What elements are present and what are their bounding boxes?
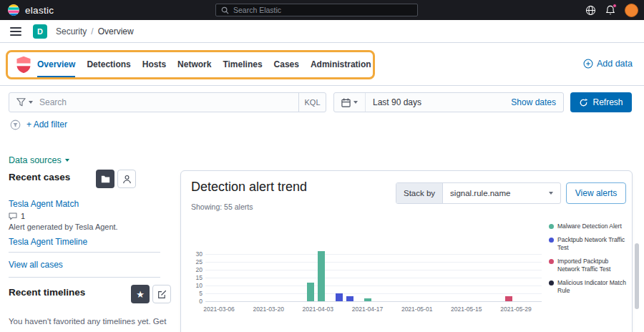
- filter-funnel-icon: [16, 98, 26, 107]
- legend-item[interactable]: Imported Packtpub Network Traffic Test: [549, 258, 630, 273]
- caret-down-icon: [65, 159, 69, 162]
- legend-label: Malware Detection Alert: [557, 223, 622, 230]
- alerts-count-subtitle: Showing: 55 alerts: [191, 202, 253, 211]
- caret-down-icon: [549, 192, 553, 195]
- elastic-logo-icon: [7, 4, 20, 16]
- chart-bar[interactable]: [364, 298, 371, 301]
- detection-alert-trend-panel: Detection alert trend Showing: 55 alerts…: [180, 170, 633, 332]
- date-range-value[interactable]: Last 90 days: [366, 97, 511, 107]
- new-timeline-button[interactable]: [152, 285, 171, 303]
- saved-query-menu-button[interactable]: [9, 93, 39, 112]
- chart-bar[interactable]: [346, 296, 353, 301]
- security-shield-icon: [16, 56, 31, 77]
- data-sources-toggle[interactable]: Data sources: [9, 155, 69, 165]
- x-axis-tick-label: 2021-04-17: [345, 306, 391, 313]
- comment-bubble-icon: [9, 213, 17, 220]
- refresh-button[interactable]: Refresh: [570, 92, 632, 112]
- add-data-button[interactable]: Add data: [583, 59, 633, 69]
- search-icon: [221, 6, 229, 14]
- breadcrumb-security[interactable]: Security: [56, 26, 87, 36]
- tab-timelines[interactable]: Timelines: [223, 52, 262, 77]
- x-axis-tick-label: 2021-04-03: [295, 306, 341, 313]
- x-axis-tick-label: 2021-03-06: [196, 306, 242, 313]
- y-axis-tick-label: 0: [184, 298, 203, 305]
- calendar-icon: [341, 98, 351, 107]
- folder-icon: [101, 175, 110, 183]
- case-link-tesla-agent-timeline[interactable]: Tesla Agent Timeline: [9, 237, 87, 247]
- legend-color-dot: [549, 280, 554, 285]
- view-alerts-button[interactable]: View alerts: [566, 182, 626, 204]
- user-avatar[interactable]: [625, 4, 638, 17]
- stack-by-control: Stack by signal.rule.name: [396, 182, 561, 204]
- query-search-input[interactable]: [39, 97, 298, 107]
- gridline: [205, 278, 542, 278]
- breadcrumb-separator: /: [91, 26, 93, 36]
- chart-bar[interactable]: [318, 251, 325, 301]
- tab-cases[interactable]: Cases: [274, 52, 299, 77]
- add-filter-button[interactable]: + Add filter: [26, 119, 67, 130]
- stack-by-label: Stack by: [396, 183, 443, 203]
- panel-title: Detection alert trend: [191, 180, 307, 195]
- legend-color-dot: [549, 259, 554, 264]
- y-axis-tick-label: 5: [184, 290, 203, 297]
- recently-created-cases-button[interactable]: [96, 170, 114, 188]
- chart-legend: Malware Detection AlertPacktpub Network …: [549, 223, 630, 301]
- elastic-brand[interactable]: elastic: [0, 4, 54, 16]
- case-link-tesla-agent-match[interactable]: Tesla Agent Match: [9, 199, 79, 209]
- page-scrollbar-thumb[interactable]: [635, 243, 639, 309]
- divider: [9, 277, 160, 278]
- kql-language-badge[interactable]: KQL: [298, 93, 326, 112]
- date-quick-select-button[interactable]: [334, 93, 366, 112]
- x-axis-tick-label: 2021-03-20: [245, 306, 291, 313]
- chart-bar[interactable]: [505, 296, 512, 301]
- add-data-label: Add data: [597, 59, 633, 69]
- legend-label: Malicious Indicator Match Rule: [557, 279, 630, 295]
- brand-name: elastic: [25, 5, 54, 16]
- help-globe-icon[interactable]: [585, 5, 596, 16]
- favorited-timelines-button[interactable]: ★: [131, 285, 150, 303]
- tab-detections[interactable]: Detections: [87, 52, 130, 77]
- show-dates-button[interactable]: Show dates: [511, 97, 563, 107]
- legend-item[interactable]: Packtpub Network Traffic Test: [549, 236, 630, 252]
- plus-circle-icon: [583, 59, 593, 69]
- space-avatar[interactable]: D: [33, 24, 47, 39]
- caret-down-icon: [29, 101, 33, 104]
- date-picker-group: Last 90 days Show dates: [333, 92, 564, 112]
- notification-badge-dot: [613, 4, 617, 8]
- recent-cases-heading: Recent cases: [9, 172, 70, 182]
- tab-administration[interactable]: Administration: [311, 52, 371, 77]
- view-all-cases-link[interactable]: View all cases: [9, 260, 63, 270]
- top-navigation-bar: elastic: [0, 0, 644, 20]
- gridline: [205, 285, 542, 286]
- legend-item[interactable]: Malware Detection Alert: [549, 223, 630, 230]
- y-axis-tick-label: 15: [184, 274, 203, 281]
- timelines-empty-text: You haven't favorited any timelines yet.…: [9, 317, 166, 326]
- chart-bar[interactable]: [336, 293, 343, 301]
- pencil-square-icon: [157, 290, 167, 299]
- notifications-bell-icon[interactable]: [605, 5, 615, 16]
- chart-bar[interactable]: [307, 283, 314, 301]
- legend-item[interactable]: Malicious Indicator Match Rule: [549, 279, 630, 295]
- x-axis-tick-label: 2021-05-15: [444, 306, 489, 313]
- menu-hamburger-icon[interactable]: [10, 26, 21, 36]
- legend-label: Packtpub Network Traffic Test: [557, 236, 630, 252]
- gridline: [205, 293, 542, 294]
- global-search[interactable]: [215, 4, 418, 16]
- topbar-actions: [585, 0, 638, 20]
- stack-by-value: signal.rule.name: [450, 189, 510, 197]
- y-axis-tick-label: 10: [184, 282, 203, 289]
- tab-network[interactable]: Network: [177, 52, 211, 77]
- star-icon: ★: [136, 290, 145, 299]
- tab-overview[interactable]: Overview: [37, 52, 75, 77]
- recent-timelines-heading: Recent timelines: [9, 287, 85, 298]
- tab-hosts[interactable]: Hosts: [142, 52, 166, 77]
- add-filter-circle-icon[interactable]: [10, 119, 21, 130]
- refresh-icon: [579, 98, 588, 107]
- my-reported-cases-button[interactable]: [117, 170, 136, 188]
- breadcrumb: Security / Overview: [56, 26, 134, 36]
- breadcrumb-bar: D Security / Overview: [0, 20, 644, 43]
- stack-by-select[interactable]: signal.rule.name: [443, 183, 560, 203]
- global-search-input[interactable]: [233, 6, 412, 14]
- filter-bar: + Add filter: [0, 117, 644, 132]
- legend-label: Imported Packtpub Network Traffic Test: [557, 258, 630, 273]
